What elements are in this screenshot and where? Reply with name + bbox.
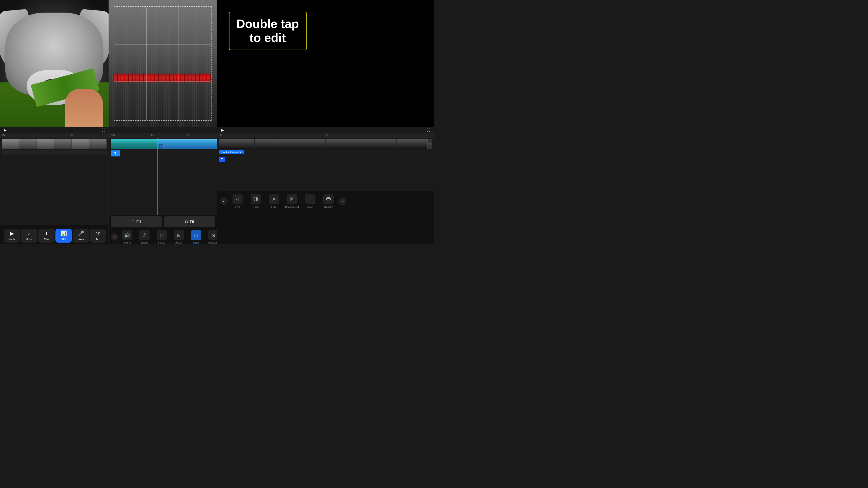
text-label: Text <box>96 238 100 241</box>
track-thumb-4 <box>54 139 72 149</box>
text-overlay-line1: Double tap <box>237 17 299 31</box>
fit-button[interactable]: ⊡ Fit <box>164 216 215 227</box>
transform-label: Transform <box>208 241 217 244</box>
text-icon-right[interactable]: T <box>219 157 225 162</box>
play-button-right[interactable]: ▶ <box>221 128 224 132</box>
media-label: Media <box>8 238 16 241</box>
video-right: Double tap to edit <box>217 0 434 127</box>
opacity-icon <box>323 194 334 204</box>
right-panel: ▶ ⛶ 0s 3s ⊞ Double ta <box>217 127 434 244</box>
dark-thumb-3 <box>290 139 326 149</box>
text-overlay-line2: to edit <box>249 31 286 44</box>
speed-icon: ⏱ <box>139 230 150 240</box>
hand <box>65 89 103 127</box>
background-icon <box>287 194 297 204</box>
title-button[interactable]: T Title <box>38 229 55 242</box>
dog-image-center <box>108 0 217 127</box>
edit-icon: a <box>232 194 243 204</box>
filters-icon: ◎ <box>157 230 167 240</box>
video-center[interactable] <box>108 0 217 127</box>
right-toolbar-row: ‹ a Edit <box>217 191 434 208</box>
right-ruler-3s: 3s <box>326 134 328 136</box>
align-tool[interactable]: Align <box>302 194 318 208</box>
lower-section: ▶ ⛶ 0s 3s 6s <box>0 127 434 244</box>
color-icon <box>251 194 261 204</box>
adjust-icon: ⊞ <box>174 230 184 240</box>
text-track-center[interactable]: T <box>111 151 120 157</box>
media-button[interactable]: ▶ Media <box>4 229 20 242</box>
speed-tool[interactable]: ⏱ Speed <box>136 230 153 244</box>
transform-tool[interactable]: ⊠ Transform <box>205 230 217 244</box>
track-thumb-1 <box>2 139 19 149</box>
transform-icon: ⊠ <box>208 230 217 240</box>
crop-tool[interactable]: ⊡ Crop <box>188 230 204 244</box>
video-track-selected[interactable]: ⊞ <box>157 139 217 149</box>
app-container: Double tap to edit ▶ ⛶ 0s 3s 6s <box>0 0 434 244</box>
opacity-tool[interactable]: Opacity <box>320 194 337 208</box>
timeline-controls-center <box>109 127 217 133</box>
crop-icon: ⊡ <box>191 230 201 240</box>
music-button[interactable]: ♪ Music <box>21 229 37 242</box>
adjust-tool[interactable]: ⊞ Adjust <box>171 230 187 244</box>
background-tool[interactable]: Background <box>284 194 300 208</box>
crop-label: Crop <box>193 241 199 244</box>
tools-center: ⊞ Fill ⊡ Fit ‹ 🔊 Volume <box>109 215 217 244</box>
fill-label: Fill <box>136 220 141 224</box>
fit-icon: ⊡ <box>185 220 188 224</box>
music-label: Music <box>26 238 33 241</box>
voice-icon: 🎤 <box>78 230 84 236</box>
text-track-label: Double tap to edit <box>221 151 242 154</box>
align-label: Align <box>307 205 313 208</box>
volume-icon: 🔊 <box>122 230 132 240</box>
voice-button[interactable]: 🎤 Voice <box>73 229 89 242</box>
volume-tool[interactable]: 🔊 Volume <box>119 230 135 244</box>
ruler-36s: 36s <box>150 134 154 136</box>
title-icon: T <box>45 230 48 236</box>
edit-tool[interactable]: a Edit <box>229 194 246 208</box>
sfx-label: SFX <box>61 238 66 241</box>
timeline-track-area-left[interactable] <box>0 138 108 225</box>
audio-track-left <box>2 150 107 155</box>
center-toolbar-row: ‹ 🔊 Volume ⏱ Speed ◎ Filters ⊞ <box>109 228 217 244</box>
timeline-track-area-center[interactable]: ⊞ T <box>109 138 217 215</box>
dark-thumb-4 <box>326 139 361 149</box>
right-collapse-left[interactable]: ‹ <box>220 197 227 205</box>
color-tool[interactable]: Color <box>248 194 264 208</box>
dark-thumb-2 <box>255 139 290 149</box>
right-playhead-bar <box>219 157 432 157</box>
ruler-33s: 33s <box>111 134 115 136</box>
ruler-39s: 39s <box>187 134 190 136</box>
text-overlay-box[interactable]: Double tap to edit <box>229 12 307 50</box>
cyan-thumb-1 <box>111 139 146 149</box>
filters-tool[interactable]: ◎ Filters <box>154 230 170 244</box>
video-track-left[interactable] <box>2 139 107 149</box>
title-label: Title <box>44 238 49 241</box>
fullscreen-button-right[interactable]: ⛶ <box>427 128 430 132</box>
timeline-track-area-right[interactable]: ⊞ Double tap to edit T <box>217 138 434 191</box>
color-label: Color <box>252 205 258 208</box>
text-track-right[interactable]: Double tap to edit <box>219 150 244 154</box>
fill-button[interactable]: ⊞ Fill <box>111 216 162 227</box>
track-thumb-2 <box>19 139 37 149</box>
speed-label: Speed <box>141 241 148 244</box>
text-button[interactable]: T Text <box>90 229 106 242</box>
video-track-right[interactable] <box>219 139 432 149</box>
sfx-icon: 📊 <box>61 230 67 236</box>
center-playhead <box>157 138 158 215</box>
sfx-button[interactable]: 📊 SFX <box>56 229 72 242</box>
fill-fit-row: ⊞ Fill ⊡ Fit <box>111 216 215 227</box>
video-left[interactable] <box>0 0 108 127</box>
dark-thumb-5 <box>361 139 397 149</box>
font-tool[interactable]: Font <box>266 194 282 208</box>
fullscreen-button-left[interactable]: ⛶ <box>101 128 105 132</box>
pip-icon-right: ⊞ <box>428 139 432 149</box>
collapse-left-arrow[interactable]: ‹ <box>111 233 118 241</box>
right-collapse-right[interactable]: › <box>339 197 346 205</box>
font-icon <box>269 194 279 204</box>
play-button-left[interactable]: ▶ <box>4 128 6 132</box>
track-thumb-5 <box>72 139 89 149</box>
preview-area: Double tap to edit <box>0 0 434 127</box>
ruler-6s: 6s <box>70 134 73 136</box>
media-icon: ▶ <box>10 230 14 236</box>
collar-pattern <box>114 73 212 83</box>
